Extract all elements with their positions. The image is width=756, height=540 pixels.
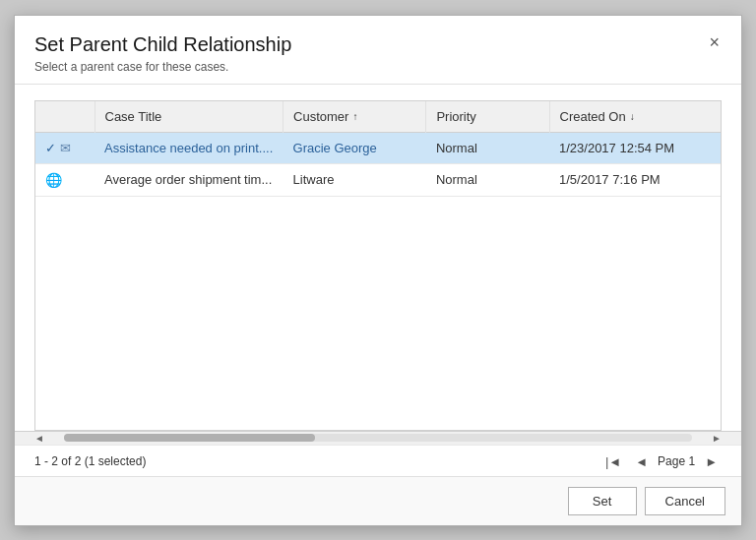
case-title-link[interactable]: Assistance needed on print.... xyxy=(104,141,273,155)
table-header-row: Case Title Customer ↑ xyxy=(35,101,721,133)
dialog: Set Parent Child Relationship Select a p… xyxy=(14,15,742,526)
globe-icon: 🌐 xyxy=(45,172,62,188)
created-on-cell: 1/5/2017 7:16 PM xyxy=(549,163,721,196)
check-icon: ✓ xyxy=(45,141,56,155)
dialog-footer: Set Cancel xyxy=(15,476,741,525)
scroll-left-button[interactable]: ◄ xyxy=(34,433,44,444)
row-icons: ✓✉ xyxy=(45,141,85,155)
case-title-cell: Average order shipment tim... xyxy=(94,163,284,196)
pager-row: 1 - 2 of 2 (1 selected) |◄ ◄ Page 1 ► xyxy=(15,445,741,476)
col-label-created-on: Created On xyxy=(560,109,626,124)
col-label-priority: Priority xyxy=(436,109,475,124)
created-on-sort-icon: ↓ xyxy=(630,111,635,122)
dialog-subtitle: Select a parent case for these cases. xyxy=(34,60,722,74)
table-row[interactable]: 🌐Average order shipment tim...LitwareNor… xyxy=(35,163,721,196)
pager-prev-button[interactable]: ◄ xyxy=(631,453,652,470)
priority-cell: Normal xyxy=(426,132,549,163)
pager-first-button[interactable]: |◄ xyxy=(601,453,625,470)
customer-cell: Gracie George xyxy=(284,132,426,163)
scrollbar-track[interactable] xyxy=(64,434,692,442)
col-header-row-icon xyxy=(35,101,94,133)
cancel-button[interactable]: Cancel xyxy=(645,487,725,515)
dialog-body: Case Title Customer ↑ xyxy=(15,85,741,431)
case-title-cell: Assistance needed on print.... xyxy=(94,132,284,163)
dialog-header: Set Parent Child Relationship Select a p… xyxy=(15,16,741,85)
priority-cell: Normal xyxy=(426,163,549,196)
col-label-case-title: Case Title xyxy=(105,109,162,124)
record-info: 1 - 2 of 2 (1 selected) xyxy=(34,454,146,468)
col-label-customer: Customer xyxy=(293,109,348,124)
row-icons-cell: 🌐 xyxy=(35,163,94,196)
pager-next-button[interactable]: ► xyxy=(701,453,722,470)
close-button[interactable]: × xyxy=(703,31,725,53)
scroll-right-button[interactable]: ► xyxy=(712,433,722,444)
col-header-case-title[interactable]: Case Title xyxy=(94,101,284,133)
customer-sort-icon: ↑ xyxy=(352,111,357,122)
customer-link[interactable]: Gracie George xyxy=(293,141,377,155)
scrollbar-area: ◄ ► xyxy=(15,431,741,445)
col-header-created-on[interactable]: Created On ↓ xyxy=(549,101,721,133)
data-table: Case Title Customer ↑ xyxy=(35,101,721,197)
created-on-cell: 1/23/2017 12:54 PM xyxy=(549,132,721,163)
set-button[interactable]: Set xyxy=(568,487,637,515)
row-icons-cell: ✓✉ xyxy=(35,132,94,163)
customer-cell: Litware xyxy=(284,163,426,196)
email-icon: ✉ xyxy=(60,141,71,155)
col-header-priority[interactable]: Priority xyxy=(426,101,549,133)
table-scroll-area[interactable]: Case Title Customer ↑ xyxy=(35,101,721,430)
scrollbar-thumb xyxy=(64,434,315,442)
col-header-customer[interactable]: Customer ↑ xyxy=(284,101,426,133)
page-label: Page 1 xyxy=(658,454,695,468)
row-icons: 🌐 xyxy=(45,172,85,188)
table-wrapper: Case Title Customer ↑ xyxy=(34,100,722,431)
table-row[interactable]: ✓✉Assistance needed on print....Gracie G… xyxy=(35,132,721,163)
pager-controls: |◄ ◄ Page 1 ► xyxy=(601,453,722,470)
dialog-title: Set Parent Child Relationship xyxy=(34,33,722,56)
